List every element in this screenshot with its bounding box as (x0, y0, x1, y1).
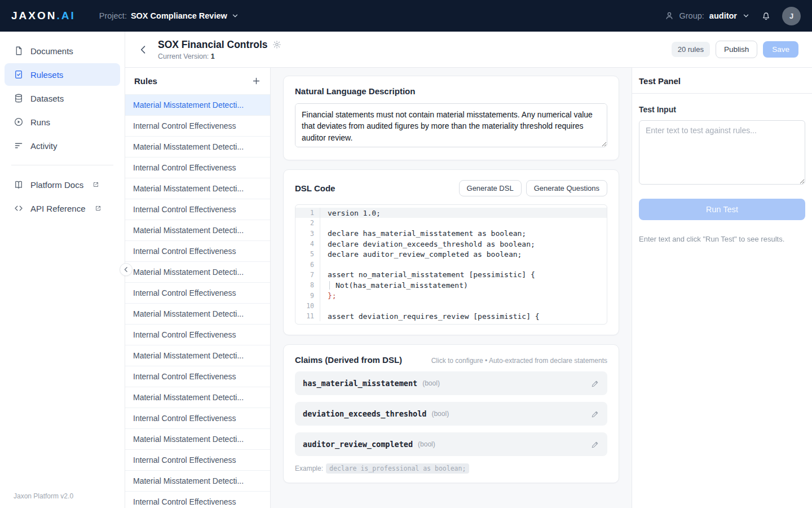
avatar[interactable]: J (782, 7, 801, 25)
rule-item-label: Internal Control Effectiveness (133, 121, 236, 130)
collapse-rules-panel-button[interactable] (120, 263, 133, 276)
rules-list: Material Misstatement Detecti...Internal… (125, 95, 270, 508)
logo-text-accent: .AI (56, 10, 75, 22)
rule-item-label: Material Misstatement Detecti... (133, 142, 244, 151)
current-version-value: 1 (211, 52, 215, 60)
claim-row[interactable]: deviation_exceeds_threshold(bool) (295, 402, 607, 426)
rule-list-item[interactable]: Internal Control Effectiveness (125, 157, 270, 178)
gear-icon[interactable] (272, 40, 281, 49)
rule-list-item[interactable]: Material Misstatement Detecti... (125, 178, 270, 199)
rule-list-item[interactable]: Material Misstatement Detecti... (125, 429, 270, 450)
sidebar-item-label: Rulesets (30, 70, 63, 80)
rule-list-item[interactable]: Internal Control Effectiveness (125, 199, 270, 220)
rule-list-item[interactable]: Material Misstatement Detecti... (125, 220, 270, 241)
rule-item-label: Material Misstatement Detecti... (133, 351, 244, 360)
sidebar-secondary-nav: Platform DocsAPI Reference (0, 172, 125, 221)
code-text: assert no_material_misstatement [pessimi… (320, 270, 535, 279)
code-line[interactable]: 2 (295, 218, 607, 228)
code-line[interactable]: 6 (295, 259, 607, 269)
code-lines: 1version 1.0;23declare has_material_miss… (295, 208, 607, 321)
description-textarea[interactable]: Financial statements must not contain ma… (295, 103, 607, 147)
sidebar-item-label: API Reference (30, 204, 86, 213)
sidebar-item-datasets[interactable]: Datasets (5, 87, 120, 110)
sidebar-item-activity[interactable]: Activity (5, 134, 120, 157)
group-name[interactable]: auditor (709, 11, 737, 20)
sidebar-item-runs[interactable]: Runs (5, 111, 120, 133)
publish-button[interactable]: Publish (716, 41, 757, 58)
sidebar-item-documents[interactable]: Documents (5, 40, 120, 62)
activity-icon (14, 141, 24, 151)
rules-count-badge: 20 rules (672, 42, 710, 57)
code-line[interactable]: 1version 1.0; (295, 208, 607, 218)
rule-list-item[interactable]: Internal Control Effectiveness (125, 325, 270, 345)
generate-questions-button[interactable]: Generate Questions (526, 180, 607, 196)
current-version-label: Current Version: (158, 52, 209, 60)
code-line[interactable]: 11assert deviation_requires_review [pess… (295, 311, 607, 321)
code-line[interactable]: 8Not(has_material_misstatement) (295, 280, 607, 290)
edit-claim-button[interactable] (591, 379, 599, 388)
external-icon (92, 181, 99, 188)
dsl-code-editor[interactable]: 1version 1.0;23declare has_material_miss… (295, 204, 607, 325)
topbar: JAXON.AI Project: SOX Compliance Review … (0, 0, 812, 32)
group-label: Group: (679, 11, 704, 20)
edit-claim-button[interactable] (591, 410, 599, 418)
chevron-down-icon[interactable] (742, 12, 750, 20)
claims-list: has_material_misstatement(bool)deviation… (295, 371, 607, 456)
rule-list-item[interactable]: Internal Control Effectiveness (125, 241, 270, 262)
code-text: declare deviation_exceeds_threshold as b… (320, 240, 535, 248)
save-button[interactable]: Save (763, 41, 798, 58)
code-line[interactable]: 4declare deviation_exceeds_threshold as … (295, 239, 607, 249)
rule-item-label: Material Misstatement Detecti... (133, 226, 244, 235)
sidebar-item-api-reference[interactable]: API Reference (5, 197, 120, 220)
claim-name: auditor_review_completed (303, 440, 413, 449)
sidebar-item-platform-docs[interactable]: Platform Docs (5, 173, 120, 196)
chevron-down-icon (231, 12, 239, 20)
rule-list-item[interactable]: Internal Control Effectiveness (125, 408, 270, 429)
rule-list-item[interactable]: Material Misstatement Detecti... (125, 345, 270, 366)
database-icon (14, 93, 24, 103)
run-test-button[interactable]: Run Test (639, 199, 805, 220)
back-button[interactable] (138, 44, 149, 55)
rule-list-item[interactable]: Material Misstatement Detecti... (125, 471, 270, 492)
rule-list-item[interactable]: Material Misstatement Detecti... (125, 304, 270, 325)
rule-list-item[interactable]: Material Misstatement Detecti... (125, 137, 270, 157)
description-card-title: Natural Language Description (295, 86, 607, 96)
claims-card-subtitle: Click to configure • Auto-extracted from… (431, 357, 607, 365)
add-rule-button[interactable] (251, 76, 261, 86)
code-line[interactable]: 7assert no_material_misstatement [pessim… (295, 270, 607, 280)
rule-list-item[interactable]: Internal Control Effectiveness (125, 492, 270, 508)
rule-list-item[interactable]: Internal Control Effectiveness (125, 450, 270, 471)
test-input-label: Test Input (639, 105, 805, 114)
sidebar-item-rulesets[interactable]: Rulesets (5, 63, 120, 86)
rule-list-item[interactable]: Internal Control Effectiveness (125, 366, 270, 387)
sidebar-item-label: Platform Docs (30, 180, 83, 190)
code-line[interactable]: 10 (295, 301, 607, 311)
claim-row[interactable]: has_material_misstatement(bool) (295, 371, 607, 395)
code-line[interactable]: 9}; (295, 290, 607, 300)
test-input-textarea[interactable] (639, 120, 805, 185)
rule-list-item[interactable]: Internal Control Effectiveness (125, 116, 270, 137)
rules-panel-title: Rules (134, 76, 157, 86)
rule-list-item[interactable]: Internal Control Effectiveness (125, 283, 270, 304)
generate-dsl-button[interactable]: Generate DSL (459, 180, 522, 196)
bell-icon[interactable] (761, 11, 771, 21)
claim-row[interactable]: auditor_review_completed(bool) (295, 432, 607, 456)
sidebar-item-label: Documents (30, 46, 73, 56)
claim-name: deviation_exceeds_threshold (303, 409, 426, 418)
rule-list-item[interactable]: Material Misstatement Detecti... (125, 95, 270, 116)
rule-item-label: Internal Control Effectiveness (133, 372, 236, 381)
runs-icon (14, 117, 24, 127)
rule-item-label: Internal Control Effectiveness (133, 288, 236, 297)
rule-list-item[interactable]: Material Misstatement Detecti... (125, 387, 270, 408)
test-panel-title: Test Panel (632, 68, 812, 94)
logo-text-primary: JAXON (11, 10, 56, 22)
rule-item-label: Internal Control Effectiveness (133, 247, 236, 256)
document-icon (14, 46, 24, 56)
code-line[interactable]: 5declare auditor_review_completed as boo… (295, 249, 607, 259)
edit-claim-button[interactable] (591, 440, 599, 449)
code-line[interactable]: 3declare has_material_misstatement as bo… (295, 229, 607, 239)
project-selector[interactable]: Project: SOX Compliance Review (99, 11, 239, 20)
rule-list-item[interactable]: Material Misstatement Detecti... (125, 262, 270, 283)
project-name: SOX Compliance Review (131, 11, 227, 20)
ruleset-icon (14, 69, 24, 80)
